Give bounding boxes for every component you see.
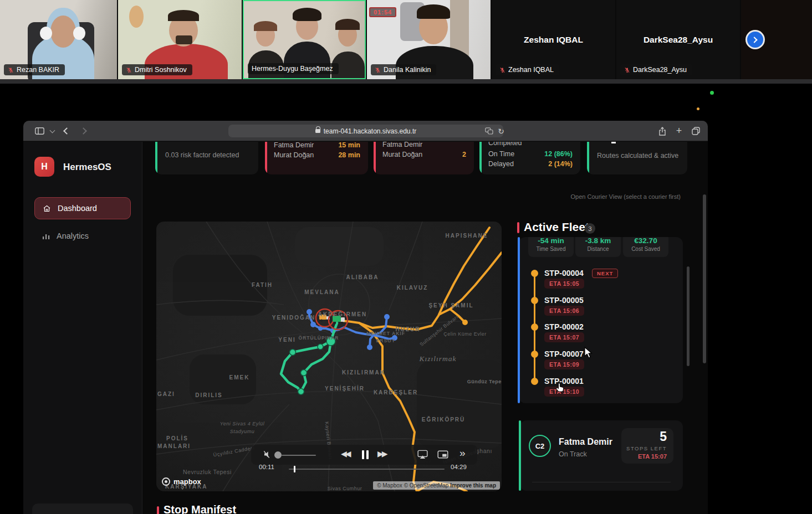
mouse-cursor-hand: [555, 382, 564, 392]
stop-dot: [531, 270, 538, 277]
map-label: FATIH: [252, 282, 273, 288]
mapbox-logo[interactable]: mapbox: [162, 477, 201, 486]
airplay-icon[interactable]: [417, 450, 428, 459]
map-label: KARDEŞLER: [374, 389, 418, 395]
translate-icon[interactable]: [483, 121, 494, 141]
sidebar-item-analytics[interactable]: Analytics: [34, 225, 131, 247]
address-bar[interactable]: team-041.hackaton.sivas.edu.tr: [228, 125, 503, 137]
card-text: Routes calculated & active: [597, 152, 678, 160]
map-label: DIRILIS: [195, 392, 223, 398]
sidebar-toggle-button[interactable]: [32, 121, 47, 141]
new-tab-button[interactable]: +: [672, 121, 686, 141]
stop-eta-badge: ETA 15:10: [544, 387, 584, 397]
stat-label: Distance: [575, 246, 621, 252]
sidebar-bottom-card[interactable]: [32, 503, 133, 514]
kpi-card-ontime: Completed On Time12 (86%) Delayed2 (14%): [479, 142, 580, 174]
stop-dot: [531, 378, 538, 385]
participant-name-pill: Dmitri Soshnikov: [122, 64, 192, 75]
stop-item-id[interactable]: STP-00005: [544, 296, 584, 305]
home-icon: [43, 204, 51, 213]
share-icon: [658, 127, 666, 136]
tab-overview-button[interactable]: [688, 121, 703, 141]
volume-track[interactable]: [282, 455, 316, 456]
browser-toolbar: team-041.hackaton.sivas.edu.tr ↻ +: [23, 121, 708, 141]
row-value: 2 (14%): [548, 160, 573, 168]
attribution-mapbox[interactable]: © Mapbox: [377, 482, 402, 489]
kpi-card-risk: 0.03 risk factor detected: [155, 142, 258, 174]
mic-muted-icon: [375, 67, 381, 73]
reload-button[interactable]: ↻: [496, 121, 507, 141]
courier-eta: ETA 15:07: [638, 453, 667, 460]
stop-item-id[interactable]: STP-00002: [544, 322, 584, 331]
next-stop-badge: NEXT: [592, 269, 618, 278]
map-label: ALIBABA: [346, 274, 379, 280]
map-label: KILAVUZ: [397, 285, 428, 291]
participant-tile-danila[interactable]: 01:54 Danila Kalinikin: [367, 0, 491, 79]
chevron-left-icon: [63, 127, 70, 135]
player-playhead[interactable]: [294, 466, 295, 472]
player-current-time: 00:11: [259, 464, 274, 470]
picture-in-picture-icon[interactable]: [437, 450, 448, 459]
attribution-improve-link[interactable]: Improve this map: [450, 482, 496, 489]
chevron-right-icon: [751, 37, 757, 43]
stop-eta-badge: ETA 15:07: [544, 332, 584, 342]
row-label: Delayed: [488, 160, 514, 168]
participant-tile-darksea[interactable]: DarkSea28_Aysu DarkSea28_Aysu: [616, 0, 740, 79]
row-label: Fatma Demir: [274, 142, 314, 149]
participant-tile-hermes[interactable]: Hermes-Duygu Başeğmez: [243, 0, 366, 79]
participant-tile-dmitri[interactable]: Dmitri Soshnikov: [118, 0, 242, 79]
bar-chart-icon: [42, 232, 50, 240]
page-content: H HermesOS Dashboard Analytics 0.03 risk…: [23, 142, 708, 514]
card-accent: [587, 142, 589, 174]
share-button[interactable]: [655, 121, 670, 141]
open-courier-view-link[interactable]: Open Courier View (select a courier firs…: [23, 193, 681, 200]
call-timer-badge: 01:54: [369, 7, 396, 17]
map-label: YENI: [278, 337, 295, 343]
more-controls-chevrons[interactable]: »: [459, 447, 466, 459]
pause-bar: [366, 450, 369, 459]
stop-item-id[interactable]: STP-00007: [544, 349, 584, 358]
stat-value: €32.70: [623, 237, 668, 245]
stops-left-label: STOPS LEFT: [626, 445, 667, 451]
map-panel[interactable]: HAPISHANE FATIH MEVLANA ALIBABA KILAVUZ …: [156, 222, 502, 491]
green-status-dot: [710, 91, 714, 95]
forward-button[interactable]: [76, 121, 90, 141]
translate-bubbles-icon: [485, 127, 493, 135]
lock-icon: [315, 129, 320, 133]
row-label: On Time: [488, 150, 514, 158]
courier-name: Fatma Demir: [559, 437, 612, 447]
participant-tile-rezan[interactable]: Rezan BAKIR: [0, 0, 117, 79]
stat-cost-saved: €32.70 Cost Saved: [623, 237, 668, 257]
strip-separator: [0, 79, 812, 84]
stop-manifest-title: Stop Manifest: [164, 503, 236, 514]
next-participants-button[interactable]: [747, 32, 763, 48]
row-label: Fatma Demir: [382, 142, 422, 148]
pause-bar: [362, 450, 364, 459]
stat-value: -3.8 km: [575, 237, 621, 245]
participant-name-pill: Danila Kalinikin: [371, 64, 436, 75]
sidebar-item-dashboard[interactable]: Dashboard: [34, 197, 131, 219]
fast-forward-button[interactable]: ▶▶: [377, 449, 386, 458]
participant-tile-zeshan[interactable]: Zeshan IQBAL Zeshan IQBAL: [492, 0, 615, 79]
app-logo: H: [34, 157, 54, 177]
volume-knob[interactable]: [274, 451, 282, 459]
player-timeline[interactable]: [289, 469, 445, 470]
participant-name-pill: Zeshan IQBAL: [496, 64, 559, 75]
stop-item-id[interactable]: STP-00004: [544, 269, 584, 277]
rewind-button[interactable]: ◀◀: [341, 449, 350, 458]
courier-card[interactable]: C2 Fatma Demir On Track 5 STOPS LEFT ETA…: [520, 420, 683, 491]
page-scrollbar[interactable]: [703, 194, 706, 363]
map-label: HAPISHANE: [446, 233, 488, 239]
card-accent: [374, 142, 376, 174]
divider: [532, 482, 671, 482]
participant-name: Dmitri Soshnikov: [135, 66, 187, 74]
section-accent-bar: [517, 222, 519, 233]
orange-status-dot: [697, 107, 699, 110]
sidebar-dropdown-button[interactable]: [48, 121, 57, 141]
screen: Rezan BAKIR Dmitri Soshnikov: [0, 0, 812, 514]
courier-status: On Track: [559, 450, 587, 458]
volume-muted-icon[interactable]: [263, 450, 272, 459]
back-button[interactable]: [60, 121, 73, 141]
fleet-list-scrollbar[interactable]: [687, 266, 690, 366]
attribution-osm[interactable]: © OpenStreetMap: [404, 482, 449, 489]
